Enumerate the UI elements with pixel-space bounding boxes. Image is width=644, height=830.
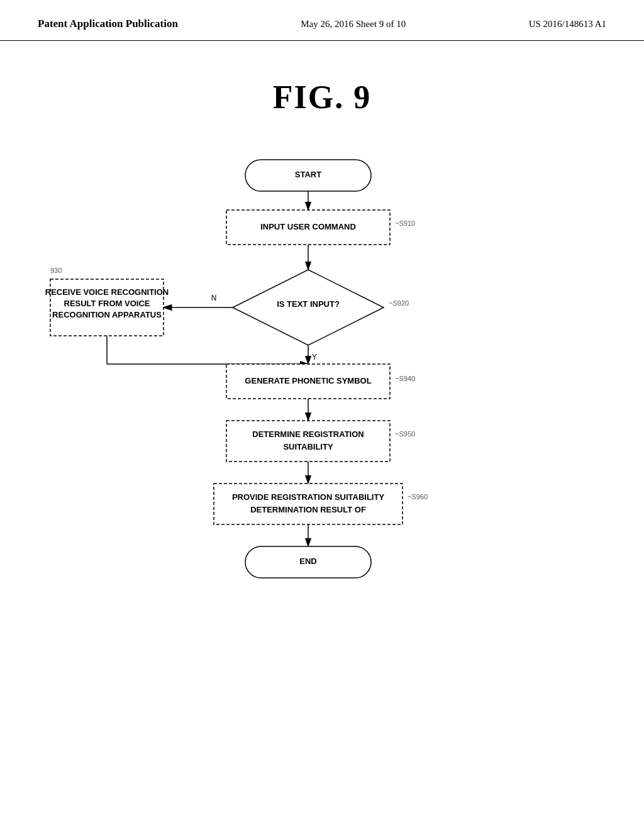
page-header: Patent Application Publication May 26, 2… xyxy=(0,0,644,41)
s910-ref: ~S910 xyxy=(395,219,415,227)
n-label: N xyxy=(211,294,217,302)
header-right: US 2016/148613 A1 xyxy=(529,19,606,30)
y-label: Y xyxy=(312,353,317,362)
s950-ref: ~S950 xyxy=(395,430,415,438)
s920-label: IS TEXT INPUT? xyxy=(277,299,340,309)
s950-label-line2: SUITABILITY xyxy=(283,442,333,451)
s960-label-line2: DETERMINATION RESULT OF xyxy=(250,505,366,514)
s930-label-line1: RECEIVE VOICE RECOGNITION xyxy=(45,287,169,297)
s960-label-line1: PROVIDE REGISTRATION SUITABILITY xyxy=(232,492,385,502)
s960-shape xyxy=(214,484,402,524)
start-label: START xyxy=(295,170,321,179)
figure-title: FIG. 9 xyxy=(0,79,644,116)
end-label: END xyxy=(299,556,316,566)
s940-ref: ~S940 xyxy=(395,375,415,382)
s960-ref: ~S960 xyxy=(408,493,428,501)
s950-label-line1: DETERMINE REGISTRATION xyxy=(252,429,364,439)
s940-label: GENERATE PHONETIC SYMBOL xyxy=(245,376,371,385)
s930-label-line2: RESULT FROM VOICE xyxy=(64,299,150,308)
flowchart-svg: START INPUT USER COMMAND ~S910 IS TEXT I… xyxy=(0,147,644,688)
header-center: May 26, 2016 Sheet 9 of 10 xyxy=(301,19,406,30)
flowchart-container: START INPUT USER COMMAND ~S910 IS TEXT I… xyxy=(0,147,644,688)
s910-label: INPUT USER COMMAND xyxy=(260,222,356,231)
s950-shape xyxy=(226,421,390,462)
header-left: Patent Application Publication xyxy=(38,18,178,30)
s920-ref: ~S920 xyxy=(389,299,409,307)
s930-ref: 930 xyxy=(50,267,62,274)
s930-label-line3: RECOGNITION APPARATUS xyxy=(52,310,162,319)
